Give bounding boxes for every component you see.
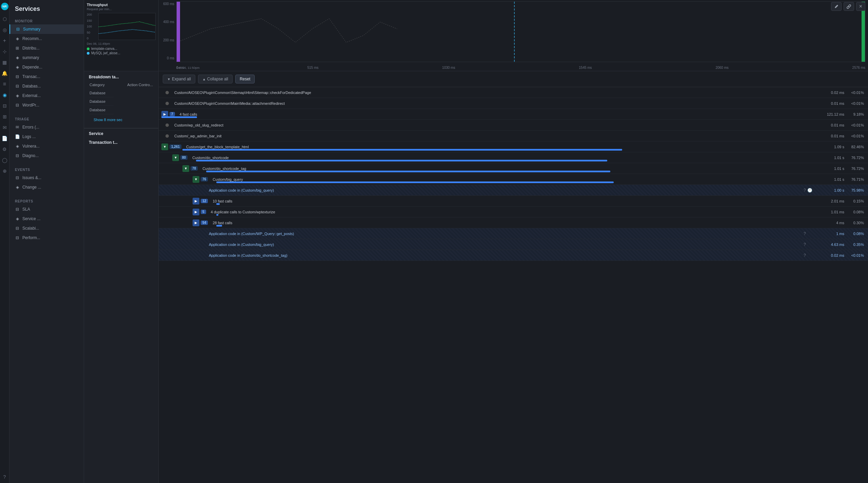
trace-icon-area: ? bbox=[804, 253, 817, 258]
sidebar-item-summary-label: Summary bbox=[23, 27, 40, 32]
expand-all-button[interactable]: ▼ Expand all bbox=[163, 75, 195, 83]
nav-icon-list[interactable]: ≡ bbox=[1, 81, 8, 88]
throughput-y-150: 150 bbox=[87, 19, 97, 22]
nav-icon-home[interactable]: ⬡ bbox=[1, 16, 8, 22]
trace-bar bbox=[216, 181, 614, 183]
sidebar-item-issues[interactable]: ⊟ Issues &... bbox=[9, 173, 84, 182]
trace-row: ▼ 78 Custom/do_shortcode_tag 1.01 s 76.7… bbox=[159, 163, 868, 174]
trace-duration: 0.01 ms bbox=[817, 101, 848, 105]
monitor-label: MONITOR bbox=[9, 18, 84, 24]
trace-percent: 0.15% bbox=[848, 199, 868, 203]
trace-expand-button[interactable]: ▼ bbox=[193, 176, 199, 183]
trace-icon-area: ? bbox=[804, 242, 817, 247]
nav-icon-search[interactable]: ◎ bbox=[1, 26, 8, 33]
trace-bar-container bbox=[206, 171, 610, 172]
sidebar-item-logs[interactable]: 📄 Logs ... bbox=[9, 132, 84, 141]
trace-bar-container bbox=[216, 225, 222, 227]
help-icon[interactable]: ? bbox=[804, 188, 806, 193]
sidebar-item-perform[interactable]: ⊟ Perform... bbox=[9, 233, 84, 243]
sidebar-item-database[interactable]: ⊟ Databas... bbox=[9, 81, 84, 91]
clock-icon[interactable]: 🕐 bbox=[807, 188, 812, 193]
trace-expand-button[interactable]: ▼ bbox=[182, 165, 189, 172]
trace-name: Custom/get_the_block_template_html bbox=[183, 145, 817, 149]
sidebar-item-distrib[interactable]: ⊞ Distribu... bbox=[9, 43, 84, 53]
trace-expand-area: ▶ 54 bbox=[193, 219, 210, 226]
trace-duration: 0.01 ms bbox=[817, 134, 848, 138]
timeline-y-400: 400 ms bbox=[159, 20, 176, 24]
recommend-icon: ◈ bbox=[15, 36, 20, 41]
trace-name: Custom/do_shortcode_tag bbox=[200, 167, 817, 171]
nav-icon-apm[interactable]: ◉ bbox=[1, 92, 8, 98]
trace-row: Custom/AIOSEO\Plugin\Common\Main\Media::… bbox=[159, 98, 868, 109]
trace-dot bbox=[165, 123, 169, 127]
link-button[interactable] bbox=[844, 2, 854, 11]
sidebar-item-external[interactable]: ◈ External... bbox=[9, 91, 84, 100]
monitor-section: MONITOR ⊟ Summary ◈ Recomm... ⊞ Distribu… bbox=[9, 14, 84, 112]
sidebar-item-service-label: summary bbox=[22, 55, 39, 60]
nav-icon-settings[interactable]: ⚙ bbox=[1, 146, 8, 153]
issues-icon: ⊟ bbox=[15, 175, 20, 180]
sidebar-item-diagno[interactable]: ⊟ Diagno... bbox=[9, 151, 84, 160]
nav-icon-logo[interactable]: NR bbox=[1, 3, 8, 10]
trace-expand-area: ▼ 76 bbox=[193, 176, 210, 183]
nav-icon-plus-circle[interactable]: ⊕ bbox=[1, 168, 8, 174]
sidebar-item-service-map[interactable]: ◈ summary bbox=[9, 53, 84, 62]
edit-button[interactable] bbox=[831, 2, 842, 11]
trace-badge: 78 bbox=[191, 166, 198, 171]
throughput-date: Dec 06, 11:49pm bbox=[87, 42, 156, 45]
trace-row: ▶ 5 4 duplicate calls to Custom/wptextur… bbox=[159, 207, 868, 217]
trace-percent: <0.01% bbox=[848, 101, 868, 105]
help-icon[interactable]: ? bbox=[804, 253, 806, 258]
collapse-all-button[interactable]: ▲ Collapse all bbox=[198, 75, 233, 83]
throughput-y-200: 200 bbox=[87, 13, 97, 16]
help-icon[interactable]: ? bbox=[804, 231, 806, 236]
nav-icon-message[interactable]: ✉ bbox=[1, 124, 8, 131]
main-content: × Throughput Request per min... 200 150 … bbox=[84, 0, 868, 483]
trace-expand-area: ▼ 78 bbox=[182, 165, 200, 172]
reset-button[interactable]: Reset bbox=[235, 75, 255, 83]
sidebar-item-transac[interactable]: ⊟ Transac... bbox=[9, 72, 84, 81]
sidebar-item-depend[interactable]: ◈ Depende... bbox=[9, 62, 84, 72]
sidebar-item-scalabi[interactable]: ⊟ Scalabi... bbox=[9, 224, 84, 233]
trace-badge: 80 bbox=[180, 155, 188, 160]
nav-icon-person[interactable]: ◯ bbox=[1, 157, 8, 163]
sidebar-item-wordpress[interactable]: ⊟ WordPr... bbox=[9, 100, 84, 110]
sidebar-item-errors[interactable]: ✉ Errors (... bbox=[9, 122, 84, 132]
nav-icon-database[interactable]: ⊟ bbox=[1, 102, 8, 109]
sidebar-item-sla[interactable]: ⊟ SLA bbox=[9, 205, 84, 214]
trace-bar-container bbox=[216, 181, 614, 183]
nav-icon-monitor[interactable]: ▦ bbox=[1, 59, 8, 66]
trace-expand-button[interactable]: ▶ bbox=[193, 219, 199, 226]
nav-icon-file[interactable]: 📄 bbox=[1, 135, 8, 142]
trace-span-area: Application code in (Custom/big_query) bbox=[159, 187, 804, 194]
trace-name: Application code in (Custom/do_shortcode… bbox=[206, 253, 804, 257]
trace-expand-button[interactable]: ▶ bbox=[193, 198, 199, 205]
nav-icon-alert[interactable]: 🔔 bbox=[1, 70, 8, 77]
show-more-link[interactable]: Show 8 more sec bbox=[89, 115, 154, 124]
breakdown-cell-label-3: Database bbox=[90, 107, 105, 113]
trace-row: ▶ 12 10 fast calls 2.01 ms 0.15% bbox=[159, 196, 868, 207]
trace-bar-container bbox=[216, 203, 220, 205]
close-button[interactable]: × bbox=[856, 2, 865, 11]
trace-percent: 0.08% bbox=[848, 232, 868, 236]
throughput-y-100: 100 bbox=[87, 25, 97, 28]
sidebar-item-service-report[interactable]: ◈ Service ... bbox=[9, 214, 84, 224]
sidebar-item-recommend[interactable]: ◈ Recomm... bbox=[9, 34, 84, 43]
timeline-y-0: 0 ms bbox=[159, 56, 176, 60]
nav-icon-add[interactable]: + bbox=[1, 37, 8, 44]
nav-icon-grid[interactable]: ⊞ bbox=[1, 113, 8, 120]
help-icon[interactable]: ? bbox=[804, 242, 806, 247]
trace-expand-button[interactable]: ▼ bbox=[172, 154, 179, 161]
nav-icon-activity[interactable]: ⊹ bbox=[1, 48, 8, 55]
trace-duration: 1.01 s bbox=[817, 167, 848, 171]
sidebar-item-summary[interactable]: ⊟ Summary bbox=[9, 24, 84, 34]
sidebar-item-vulnera[interactable]: ◈ Vulnera... bbox=[9, 141, 84, 151]
transaction-section: Transaction t... bbox=[84, 137, 158, 146]
trace-expand-button[interactable]: ▶ bbox=[193, 209, 199, 215]
trace-name: Application code in (Custom/big_query) bbox=[206, 188, 804, 192]
breakdown-row-1: Database bbox=[90, 89, 114, 97]
trace-expand-button[interactable]: ▼ bbox=[161, 143, 168, 150]
nav-icon-help[interactable]: ? bbox=[1, 474, 8, 480]
sidebar-item-change[interactable]: ◈ Change ... bbox=[9, 182, 84, 192]
trace-name: Custom/AIOSEO\Plugin\Common\Sitemap\Html… bbox=[172, 91, 817, 95]
